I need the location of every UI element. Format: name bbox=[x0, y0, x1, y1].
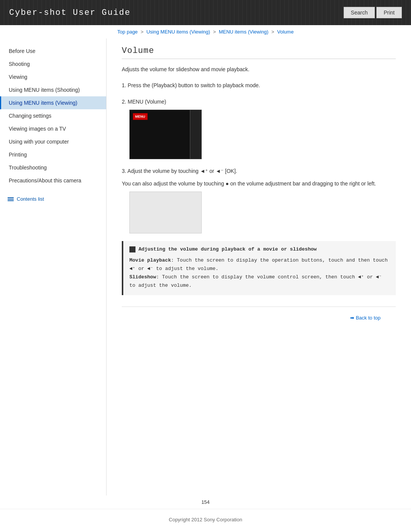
header: Cyber-shot User Guide Search Print bbox=[0, 0, 411, 25]
page-title: Volume bbox=[122, 46, 396, 59]
footer: Copyright 2012 Sony Corporation bbox=[0, 509, 411, 530]
sidebar-item-using-with-computer[interactable]: Using with your computer bbox=[0, 135, 106, 148]
back-to-top-row: ➡ Back to top bbox=[122, 307, 396, 324]
app-title: Cyber-shot User Guide bbox=[9, 8, 131, 18]
back-to-top-arrow: ➡ bbox=[350, 315, 354, 321]
contents-list-label: Contents list bbox=[17, 196, 44, 202]
sidebar-item-viewing[interactable]: Viewing bbox=[0, 70, 106, 83]
contents-list-link[interactable]: Contents list bbox=[0, 193, 106, 205]
breadcrumb-sep3: > bbox=[271, 29, 276, 35]
menu-button-indicator: MENU bbox=[133, 113, 148, 120]
sidebar-item-troubleshooting[interactable]: Troubleshooting bbox=[0, 161, 106, 174]
sidebar-item-using-menu-viewing[interactable]: Using MENU items (Viewing) bbox=[0, 96, 106, 109]
hint-slideshow-label: Slideshow bbox=[129, 274, 156, 280]
hint-movie-label: Movie playback bbox=[129, 257, 171, 263]
sidebar-item-precautions[interactable]: Precautions/About this camera bbox=[0, 174, 106, 187]
step1-text: 1. Press the (Playback) button to switch… bbox=[122, 81, 396, 89]
breadcrumb-menu-items-viewing[interactable]: MENU items (Viewing) bbox=[219, 29, 269, 35]
step1-section: 1. Press the (Playback) button to switch… bbox=[122, 81, 396, 89]
step2-section: 2. MENU (Volume) MENU bbox=[122, 97, 396, 159]
breadcrumb-volume[interactable]: Volume bbox=[277, 29, 293, 35]
volume-bar-screenshot bbox=[129, 192, 202, 233]
intro-section: Adjusts the volume for slideshow and mov… bbox=[122, 65, 396, 73]
hint-square-icon bbox=[129, 246, 135, 252]
step2-text: 2. MENU (Volume) bbox=[122, 97, 396, 106]
page-number: 154 bbox=[0, 495, 411, 509]
sidebar-item-using-menu-shooting[interactable]: Using MENU items (Shooting) bbox=[0, 83, 106, 96]
back-to-top-label: Back to top bbox=[356, 315, 381, 321]
breadcrumb: Top page > Using MENU items (Viewing) > … bbox=[0, 25, 411, 38]
hint-title: Adjusting the volume during playback of … bbox=[129, 246, 390, 252]
header-buttons: Search Print bbox=[344, 7, 402, 18]
hint-title-text: Adjusting the volume during playback of … bbox=[139, 246, 317, 252]
sidebar-item-viewing-images-tv[interactable]: Viewing images on a TV bbox=[0, 122, 106, 135]
sidebar-item-changing-settings[interactable]: Changing settings bbox=[0, 109, 106, 122]
print-button[interactable]: Print bbox=[376, 7, 402, 18]
step3-section: 3. Adjust the volume by touching ◄⁺ or ◄… bbox=[122, 167, 396, 233]
search-button[interactable]: Search bbox=[344, 7, 375, 18]
step3-detail: You can also adjust the volume by touchi… bbox=[122, 179, 396, 188]
contents-list-icon bbox=[8, 197, 14, 201]
sidebar-item-shooting[interactable]: Shooting bbox=[0, 58, 106, 70]
breadcrumb-sep1: > bbox=[140, 29, 145, 35]
main-layout: Before Use Shooting Viewing Using MENU i… bbox=[0, 38, 411, 495]
sidebar: Before Use Shooting Viewing Using MENU i… bbox=[0, 38, 107, 495]
breadcrumb-toppage[interactable]: Top page bbox=[117, 29, 138, 35]
intro-text: Adjusts the volume for slideshow and mov… bbox=[122, 65, 396, 73]
sidebar-item-printing[interactable]: Printing bbox=[0, 148, 106, 161]
content-area: Volume Adjusts the volume for slideshow … bbox=[107, 38, 411, 495]
back-to-top-link[interactable]: ➡ Back to top bbox=[350, 315, 381, 321]
breadcrumb-using-menu-viewing[interactable]: Using MENU items (Viewing) bbox=[147, 29, 210, 35]
copyright-text: Copyright 2012 Sony Corporation bbox=[169, 517, 242, 522]
hint-box: Adjusting the volume during playback of … bbox=[122, 241, 396, 295]
camera-screenshot-1: MENU bbox=[129, 110, 202, 159]
step3-text: 3. Adjust the volume by touching ◄⁺ or ◄… bbox=[122, 167, 396, 175]
hint-slideshow-text: : Touch the screen to display the volume… bbox=[129, 274, 382, 288]
hint-text-block: Movie playback: Touch the screen to disp… bbox=[129, 256, 390, 290]
camera-right-bar bbox=[190, 110, 201, 159]
breadcrumb-sep2: > bbox=[213, 29, 217, 35]
sidebar-item-before-use[interactable]: Before Use bbox=[0, 45, 106, 58]
